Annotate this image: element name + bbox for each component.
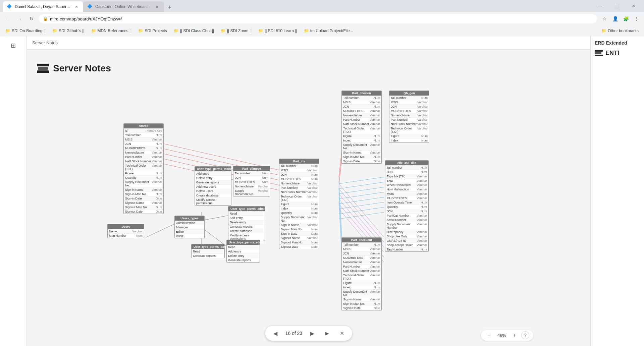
bookmark-sdi-projects[interactable]: 📁 SDI Projects: [136, 27, 170, 35]
bookmark-sdi-chat[interactable]: 📁 || SDI Class Chat ||: [171, 27, 217, 35]
tab-favicon-1: 🔷: [7, 4, 12, 9]
zoom-out-button[interactable]: −: [485, 331, 493, 339]
url-text: miro.com/app/board/uXJYOqfEnzw=/: [50, 16, 593, 21]
svg-line-30: [201, 216, 228, 221]
svg-line-7: [339, 187, 384, 194]
tab-close-2[interactable]: ✕: [154, 4, 160, 9]
bookmark-icon[interactable]: ☆: [600, 14, 609, 23]
bookmark-other[interactable]: 📁 Other bookmarks: [599, 27, 641, 35]
server-notes-logo: Server Notes: [37, 63, 111, 74]
svg-line-10: [339, 202, 384, 209]
table-part-checkout: Part_checkout Tail numberNum MSISVarchar…: [341, 237, 382, 310]
reload-button[interactable]: ↻: [27, 14, 36, 23]
table-part-checkin-top: Part_checkin Tail numberNum MSISVarchar …: [341, 91, 382, 164]
svg-line-23: [339, 182, 342, 244]
window-controls: — ⬜ ✕: [592, 1, 641, 11]
tab-inactive[interactable]: 🔷 Capstone, Online Whiteboard fo... ✕: [83, 1, 164, 12]
security-icon: 🔒: [43, 16, 48, 21]
table-efix-dlio-header: efix_350_dlio: [385, 161, 428, 165]
more-icon[interactable]: ⋮: [632, 14, 641, 23]
table-perms-admin-header: User_type_perms_admin: [228, 207, 265, 211]
right-panel-logo-text: ENTI: [605, 50, 619, 57]
svg-line-12: [339, 212, 384, 219]
table-part-checkin-top-header: Part_checkin: [342, 91, 381, 96]
nav-close-button[interactable]: ✕: [337, 329, 346, 338]
profile-icon[interactable]: 👤: [610, 14, 620, 23]
restore-button[interactable]: ⬜: [609, 1, 625, 11]
table-perms-manag: User_type_perms_manag Add entry Delete e…: [195, 166, 231, 206]
table-qh-gen-header: Qh_gen: [389, 91, 429, 96]
bookmark-folder-icon: 📁: [5, 28, 10, 33]
bottom-navigation: ◀ 16 of 23 ▶ ▶ ✕: [265, 326, 352, 341]
table-perms-editor: User_type_perms_editor Read Add entry De…: [226, 240, 260, 263]
diagram-container: Server Notes: [27, 50, 590, 346]
svg-line-14: [339, 189, 384, 242]
new-tab-button[interactable]: +: [165, 3, 174, 12]
canvas-breadcrumb: Server Notes: [27, 36, 590, 50]
svg-line-5: [339, 177, 384, 184]
table-part-glimpse-header: Part_glimpse: [233, 166, 270, 171]
svg-line-22: [339, 177, 342, 239]
bookmark-folder-icon: 📁: [601, 28, 606, 33]
table-efix-dlio: efix_350_dlio Tail numberNum JCNNum Type…: [385, 160, 429, 252]
close-button[interactable]: ✕: [626, 1, 641, 11]
zoom-level: 46%: [496, 333, 508, 338]
tab-close-1[interactable]: ✕: [74, 4, 79, 9]
tab-active[interactable]: 🔷 Daniel Salazar, Dayan Sauerbro... ✕: [3, 1, 83, 12]
table-users: Users NameVarchar Man NumberNum: [107, 224, 144, 238]
bookmarks-bar: 📁 SDI On-Boarding || 📁 SDI Github's || 📁…: [0, 25, 644, 36]
svg-line-11: [339, 207, 384, 214]
tab-title-2: Capstone, Online Whiteboard fo...: [95, 4, 152, 9]
bookmark-folder-icon: 📁: [91, 28, 96, 33]
canvas-area[interactable]: Server Notes Server Notes: [27, 36, 590, 346]
table-perms-manag-header: User_type_perms_manag: [195, 167, 231, 171]
bookmark-folder-icon: 📁: [174, 28, 179, 33]
svg-line-6: [339, 182, 384, 189]
svg-line-13: [339, 184, 384, 237]
table-stores-header: Stores: [124, 124, 163, 128]
right-panel: ERD Extended ENTI: [590, 36, 644, 346]
main-content: ⊞ Server Notes Server Notes: [0, 36, 644, 346]
table-stores: Stores idPrimary Key Tail numberNum MSIS…: [123, 123, 164, 214]
back-button[interactable]: ←: [3, 14, 12, 23]
bookmark-folder-icon: 📁: [258, 28, 263, 33]
zoom-help-button[interactable]: ?: [521, 331, 529, 339]
title-bar: 🔷 Daniel Salazar, Dayan Sauerbro... ✕ 🔷 …: [0, 0, 644, 12]
bookmark-upload[interactable]: 📁 tm Upload Project/File...: [301, 27, 356, 35]
logo-text: Server Notes: [53, 63, 111, 74]
forward-button[interactable]: →: [15, 14, 24, 23]
bookmark-folder-icon: 📁: [304, 28, 309, 33]
url-bar[interactable]: 🔒 miro.com/app/board/uXJYOqfEnzw=/: [39, 14, 597, 23]
nav-counter: 16 of 23: [285, 331, 303, 336]
table-users-header: Users: [108, 224, 144, 229]
right-panel-title: ERD Extended: [595, 40, 640, 46]
bookmark-sdi-zoom[interactable]: 📁 || SDI Zoom ||: [218, 27, 254, 35]
bookmark-sdi-onboarding[interactable]: 📁 SDI On-Boarding ||: [3, 27, 48, 35]
table-part-inv-header: Part_inv: [279, 159, 319, 164]
next-arrow[interactable]: ▶: [308, 329, 317, 338]
bookmark-folder-icon: 📁: [138, 28, 143, 33]
sidebar-grid-icon[interactable]: ⊞: [7, 39, 20, 52]
svg-line-9: [339, 197, 384, 204]
table-perms-basic: User_type_perms_basic Read Generate repo…: [191, 244, 225, 258]
table-perms-basic-header: User_type_perms_basic: [192, 244, 224, 249]
zoom-in-button[interactable]: +: [511, 331, 519, 339]
table-part-glimpse: Part_glimpse Tail numberNum JCNNum MUG/R…: [233, 166, 270, 196]
bookmark-folder-icon: 📁: [221, 28, 226, 33]
prev-arrow[interactable]: ◀: [271, 329, 280, 338]
play-button[interactable]: ▶: [322, 329, 332, 338]
right-panel-logo: ENTI: [595, 50, 640, 57]
svg-line-28: [146, 224, 174, 237]
bookmark-mdn[interactable]: 📁 MDN References ||: [89, 27, 135, 35]
bookmark-sdi-learn[interactable]: 📁 || SDI #10 Learn ||: [256, 27, 300, 35]
extensions-icon[interactable]: 🧩: [621, 14, 631, 23]
bookmark-sdi-github[interactable]: 📁 SDI Github's ||: [50, 27, 87, 35]
tab-title-1: Daniel Salazar, Dayan Sauerbro...: [15, 4, 71, 9]
svg-line-8: [339, 192, 384, 199]
bookmark-folder-icon: 📁: [52, 28, 57, 33]
table-users-types-header: Users_types: [175, 216, 204, 221]
tab-strip: 🔷 Daniel Salazar, Dayan Sauerbro... ✕ 🔷 …: [3, 0, 590, 12]
table-part-inv: Part_inv Tail numberNum MSISVarchar JCNN…: [279, 159, 319, 249]
logo-icon: [37, 64, 49, 73]
minimize-button[interactable]: —: [592, 1, 608, 11]
